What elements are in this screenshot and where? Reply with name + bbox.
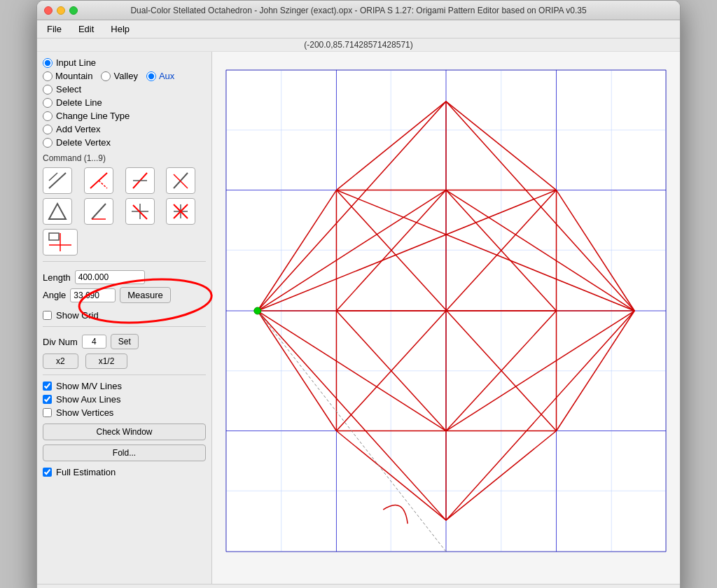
application-window: Dual-Color Stellated Octahedron - John S… xyxy=(36,0,681,588)
mountain-radio[interactable] xyxy=(43,71,53,81)
mountain-label: Mountain xyxy=(55,71,92,81)
menubar: File Edit Help xyxy=(37,20,680,38)
full-estimation-checkbox[interactable] xyxy=(43,468,52,477)
svg-point-71 xyxy=(254,307,261,314)
main-layout: Input Line Mountain Valley Aux xyxy=(37,52,680,584)
show-aux-lines-checkbox[interactable] xyxy=(43,395,52,404)
statusbar: Input length and angle, then specify the… xyxy=(37,584,680,588)
add-vertex-label: Add Vertex xyxy=(56,124,101,134)
cmd-btn-5[interactable] xyxy=(43,198,72,225)
full-estimation-label: Full Estimation xyxy=(56,467,116,477)
delete-vertex-radio[interactable] xyxy=(43,138,53,148)
separator-3 xyxy=(43,374,206,375)
cmd-btn-2[interactable] xyxy=(84,167,113,194)
length-input[interactable] xyxy=(75,270,145,284)
svg-line-3 xyxy=(99,181,107,188)
input-line-label: Input Line xyxy=(56,57,96,68)
show-aux-lines-label: Show Aux Lines xyxy=(56,394,121,405)
scale-row: x2 x1/2 xyxy=(43,354,206,369)
cmd-btn-3[interactable] xyxy=(125,167,155,194)
delete-vertex-option[interactable]: Delete Vertex xyxy=(43,137,206,148)
cmd-btn-7[interactable] xyxy=(125,198,155,225)
svg-rect-18 xyxy=(49,233,59,240)
input-line-option[interactable]: Input Line xyxy=(43,57,206,68)
set-button[interactable]: Set xyxy=(111,334,139,349)
command-section-label: Command (1...9) xyxy=(43,153,206,163)
maximize-button[interactable] xyxy=(69,6,78,15)
titlebar: Dual-Color Stellated Octahedron - John S… xyxy=(37,1,680,20)
svg-marker-8 xyxy=(49,204,66,219)
measure-button[interactable]: Measure xyxy=(120,287,171,303)
full-estimation-row: Full Estimation xyxy=(43,467,206,477)
check-window-button[interactable]: Check Window xyxy=(43,424,206,440)
valley-label: Valley xyxy=(113,71,137,81)
svg-line-9 xyxy=(92,204,106,219)
x-half-button[interactable]: x1/2 xyxy=(85,354,128,369)
delete-line-radio[interactable] xyxy=(43,98,53,108)
show-mv-lines-row: Show M/V Lines xyxy=(43,381,206,391)
aux-label: Aux xyxy=(159,71,174,81)
window-title: Dual-Color Stellated Octahedron - John S… xyxy=(130,6,586,15)
coord-display: (-200.0,85.71428571428571) xyxy=(37,38,680,52)
delete-line-option[interactable]: Delete Line xyxy=(43,97,206,108)
length-row: Length xyxy=(43,270,206,284)
show-mv-lines-checkbox[interactable] xyxy=(43,382,52,391)
valley-option[interactable]: Valley xyxy=(101,71,137,81)
menu-edit[interactable]: Edit xyxy=(76,22,97,36)
sidebar: Input Line Mountain Valley Aux xyxy=(37,52,212,584)
divnum-row: Div Num Set xyxy=(43,334,206,349)
aux-radio[interactable] xyxy=(146,71,156,81)
command-buttons-row2 xyxy=(43,198,206,225)
add-vertex-option[interactable]: Add Vertex xyxy=(43,124,206,134)
show-vertices-row: Show Vertices xyxy=(43,407,206,418)
x2-button[interactable]: x2 xyxy=(43,354,78,369)
mountain-option[interactable]: Mountain xyxy=(43,71,92,81)
separator-1 xyxy=(43,261,206,262)
cmd-btn-1[interactable] xyxy=(43,167,72,194)
canvas-area[interactable] xyxy=(212,52,680,584)
select-option[interactable]: Select xyxy=(43,84,206,94)
cmd-btn-8[interactable] xyxy=(166,198,195,225)
change-line-type-radio[interactable] xyxy=(43,111,53,121)
show-vertices-label: Show Vertices xyxy=(56,407,113,418)
select-radio[interactable] xyxy=(43,85,53,94)
menu-help[interactable]: Help xyxy=(108,22,132,36)
show-mv-lines-label: Show M/V Lines xyxy=(56,381,122,391)
traffic-lights xyxy=(44,6,78,15)
origami-canvas[interactable] xyxy=(212,52,680,584)
show-grid-label: Show Grid xyxy=(56,310,99,321)
svg-line-1 xyxy=(49,173,57,181)
divnum-input[interactable] xyxy=(82,335,106,349)
change-line-type-option[interactable]: Change Line Type xyxy=(43,111,206,121)
length-label: Length xyxy=(43,272,71,283)
angle-input[interactable] xyxy=(70,288,116,302)
cmd-btn-6[interactable] xyxy=(84,198,113,225)
delete-vertex-label: Delete Vertex xyxy=(56,137,111,148)
fold-button[interactable]: Fold... xyxy=(43,444,206,461)
close-button[interactable] xyxy=(44,6,53,15)
add-vertex-radio[interactable] xyxy=(43,125,53,134)
menu-file[interactable]: File xyxy=(44,22,64,36)
change-line-type-label: Change Line Type xyxy=(56,111,130,121)
cmd-btn-4[interactable] xyxy=(166,167,195,194)
show-grid-row: Show Grid xyxy=(43,310,206,321)
aux-option[interactable]: Aux xyxy=(146,71,174,81)
show-aux-lines-row: Show Aux Lines xyxy=(43,394,206,405)
show-vertices-checkbox[interactable] xyxy=(43,408,52,417)
command-buttons-row1 xyxy=(43,167,206,194)
cmd-btn-9[interactable] xyxy=(43,229,78,255)
delete-line-label: Delete Line xyxy=(56,97,102,108)
angle-row: Angle Measure xyxy=(43,287,206,303)
valley-radio[interactable] xyxy=(101,71,111,81)
input-line-radio[interactable] xyxy=(43,58,53,68)
select-label: Select xyxy=(56,84,81,94)
minimize-button[interactable] xyxy=(57,6,65,15)
angle-label: Angle xyxy=(43,290,66,300)
show-grid-checkbox[interactable] xyxy=(43,311,52,320)
line-type-group: Mountain Valley Aux xyxy=(43,71,206,81)
divnum-label: Div Num xyxy=(43,337,78,347)
svg-line-0 xyxy=(49,173,66,188)
separator-2 xyxy=(43,326,206,327)
command-buttons-row3 xyxy=(43,229,206,255)
